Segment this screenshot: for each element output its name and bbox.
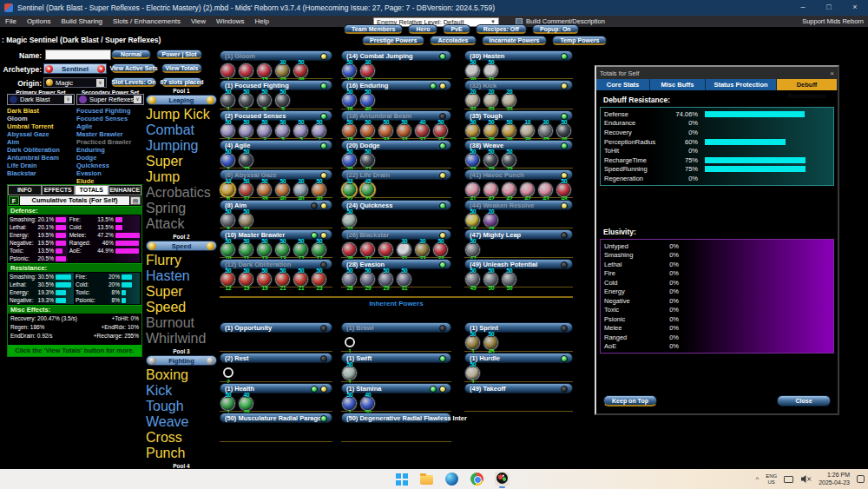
pool-dropdown-fighting[interactable]: Fighting: [146, 355, 217, 366]
enhancement-slot[interactable]: 5020: [343, 150, 357, 169]
team-members-button[interactable]: Team Members: [344, 24, 403, 34]
enhancement-slot[interactable]: 501: [466, 333, 480, 352]
incarnate-powers-button[interactable]: Incarnate Powers: [482, 36, 548, 45]
enhancement-slot[interactable]: 5034: [434, 240, 448, 259]
enhancement-slot[interactable]: 5039: [503, 150, 516, 169]
enhancement-slot[interactable]: 5046: [294, 61, 308, 80]
led-indicator[interactable]: [561, 325, 568, 332]
popup-on-button[interactable]: Popup: On: [532, 24, 579, 34]
led-indicator[interactable]: [439, 83, 446, 89]
powerlist-item-agile[interactable]: Agile: [76, 122, 146, 130]
enhancement-slot[interactable]: 5050: [484, 269, 498, 288]
file-explorer-icon[interactable]: [419, 472, 434, 486]
powerlist-item-weave[interactable]: Weave: [146, 414, 217, 430]
powerlist-item-master-brawler[interactable]: Master Brawler: [76, 130, 146, 138]
powerlist-item-super-speed[interactable]: Super Speed: [146, 284, 217, 315]
enhancement-slot[interactable]: 504: [221, 150, 235, 169]
powerlist-item-flurry[interactable]: Flurry: [146, 253, 217, 268]
led-indicator[interactable]: [311, 386, 318, 393]
enhancement-slot[interactable]: 509: [276, 90, 290, 109]
enhancement-slot[interactable]: 5036: [484, 121, 498, 140]
keep-on-top-button[interactable]: Keep on Top: [603, 395, 657, 406]
enhancement-slot[interactable]: 5034: [398, 121, 411, 140]
powerlist-item-tough[interactable]: Tough: [146, 399, 217, 414]
notification-center-icon[interactable]: [857, 475, 865, 483]
led-indicator[interactable]: [320, 142, 327, 149]
power-pill[interactable]: (49) Takeoff: [464, 383, 573, 393]
enhancement-slot[interactable]: 5038: [466, 150, 480, 169]
tab-debuff-resistances[interactable]: Debuff Resistances: [777, 79, 838, 90]
enhancement-slot[interactable]: 5019: [258, 269, 272, 288]
enhancement-slot[interactable]: 5040: [276, 180, 290, 199]
pool-dropdown-speed[interactable]: Speed: [146, 241, 217, 251]
mids-reborn-icon[interactable]: [495, 472, 510, 486]
enhancement-slot[interactable]: 5017: [312, 240, 326, 259]
temp-powers-button[interactable]: Temp Powers: [552, 36, 607, 45]
power-pill[interactable]: (14) Combat Jumping: [341, 50, 451, 61]
menu-windows[interactable]: Windows: [211, 17, 249, 25]
enhancement-slot[interactable]: 502: [221, 121, 235, 140]
enhancement-slot[interactable]: 27: [361, 240, 375, 259]
enhancement-slot[interactable]: 3031: [398, 240, 411, 259]
power-pill[interactable]: (1) Sprint: [464, 322, 573, 333]
enhancement-slot[interactable]: 5029: [379, 269, 393, 288]
start-icon[interactable]: [394, 472, 409, 486]
enhancement-slot[interactable]: 505: [276, 121, 290, 140]
led-indicator[interactable]: [561, 142, 568, 149]
enhancement-slot[interactable]: 5039: [258, 180, 272, 199]
enhancement-slot[interactable]: 5013: [276, 240, 290, 259]
enhancement-slot[interactable]: 5031: [398, 269, 411, 288]
enhancement-slot[interactable]: 4046: [240, 393, 253, 413]
enhancement-slot[interactable]: 5050: [503, 269, 516, 288]
enhancement-slot[interactable]: 5045: [484, 333, 498, 352]
enhancement-slot[interactable]: 43: [539, 180, 553, 199]
enhancement-slot[interactable]: 5047: [466, 240, 480, 259]
enhancement-slot[interactable]: 5025: [240, 150, 253, 169]
led-indicator[interactable]: [320, 202, 327, 209]
normal-button[interactable]: Normal: [111, 50, 151, 59]
powerlist-item-hasten[interactable]: Hasten: [146, 268, 217, 284]
enhancement-slot[interactable]: 4523: [361, 180, 375, 199]
power-pill[interactable]: (24) Quickness: [341, 200, 451, 210]
power-pill[interactable]: (2) Rest: [220, 353, 332, 363]
enhancement-slot[interactable]: 5021: [294, 269, 308, 288]
hero-button[interactable]: Hero: [408, 24, 437, 34]
enhancement-slot[interactable]: 501: [221, 393, 235, 413]
power-pill[interactable]: (44) Weaken Resolve: [464, 200, 573, 210]
slot-levels-button[interactable]: Slot Levels: On: [111, 77, 156, 87]
led-indicator[interactable]: [430, 386, 437, 393]
power-pill[interactable]: (4) Agile: [220, 140, 332, 150]
enhancement-slot[interactable]: 503: [258, 121, 272, 140]
enhancement-slot[interactable]: 501: [343, 363, 357, 382]
powerlist-item-evasion[interactable]: Evasion: [76, 169, 146, 177]
led-indicator[interactable]: [439, 261, 446, 268]
taskbar-clock[interactable]: 1:26 PM 2025-04-23: [819, 472, 850, 486]
chrome-icon[interactable]: [470, 472, 484, 486]
led-indicator[interactable]: [561, 53, 568, 60]
powerlist-item-enduring[interactable]: Enduring: [76, 146, 146, 154]
float-button[interactable]: F: [9, 196, 19, 205]
led-indicator[interactable]: [439, 325, 446, 332]
tab-misc-buffs[interactable]: Misc Buffs: [650, 79, 706, 90]
led-indicator[interactable]: [320, 415, 327, 422]
archetype-prev-icon[interactable]: ▾: [45, 65, 53, 73]
enhancement-slot[interactable]: 42: [503, 180, 516, 199]
pve-button[interactable]: PvE: [443, 24, 470, 34]
enhancement-slot[interactable]: 3040: [294, 180, 308, 199]
pool-orb-icon[interactable]: [207, 242, 214, 250]
close-icon[interactable]: ×: [842, 0, 868, 16]
totals-window-titlebar[interactable]: Totals for Self ×: [596, 67, 838, 79]
tab-enhance[interactable]: ENHANCE: [108, 185, 142, 195]
enhancement-slot[interactable]: 2033: [484, 90, 498, 109]
powerlist-item-focused-fighting[interactable]: Focused Fighting: [76, 107, 146, 115]
menu-options[interactable]: Options: [22, 17, 56, 25]
enhancement-slot[interactable]: 4050: [361, 393, 375, 413]
pool-orb-icon[interactable]: [207, 96, 214, 104]
powerlist-item-umbral-torrent[interactable]: Umbral Torrent: [7, 122, 76, 130]
enhancement-slot[interactable]: 5039: [484, 150, 498, 169]
enhancement-slot[interactable]: 5048: [361, 90, 375, 109]
enhancement-slot[interactable]: 5024: [343, 210, 357, 229]
power-pill[interactable]: (1) Brawl: [341, 322, 451, 333]
enhancement-slot[interactable]: 1: [343, 333, 357, 352]
name-input[interactable]: [45, 50, 111, 60]
